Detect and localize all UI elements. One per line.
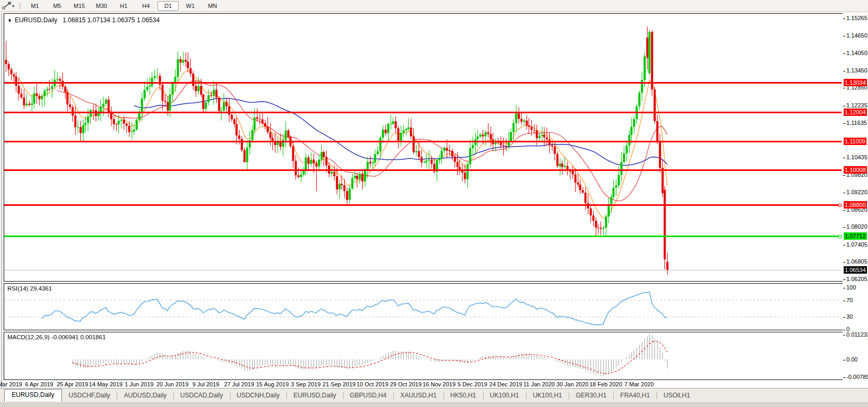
macd-canvas[interactable] [4,332,842,378]
tab-ger30-h1[interactable]: GER30,H1 [569,390,613,402]
timeframe-button-m1[interactable]: M1 [24,1,45,11]
price-chart-canvas[interactable] [4,14,842,280]
date-tick-label: 21 Sep 2019 [322,381,355,387]
price-tick-label: 1.08020 [846,223,867,230]
timeframe-button-m15[interactable]: M15 [69,1,90,11]
timeframe-button-d1[interactable]: D1 [158,1,179,11]
tab-usdcnh-daily[interactable]: USDCNH,Daily [230,390,287,402]
date-tick-label: 15 Aug 2019 [256,381,289,387]
date-tick-label: 27 Jul 2019 [224,381,254,387]
timeframes-toolbar: ▾ M1M5M15M30H1H4D1W1MN [0,0,868,12]
chart-tab-bar: EURUSD,DailyUSDCHF,DailyAUDUSD,DailyUSDC… [0,388,868,402]
trendline-drawing-tool-icon[interactable] [2,2,12,10]
date-tick-label: 9 Jul 2019 [192,381,219,387]
hline-price-label: 1.10008 [844,166,867,174]
price-chart-panel[interactable]: ▼EURUSD,Daily1.06815 1.07134 1.06375 1.0… [4,13,843,282]
macd-axis-label: 0.00 [846,356,857,363]
date-tick-label: 1 Jun 2019 [125,381,153,387]
price-tick-label: 1.14650 [846,32,867,39]
date-tick-label: 7 Mar 2020 [624,381,654,387]
tab-hk50-h1[interactable]: HK50,H1 [444,390,483,402]
date-axis[interactable]: 19 Mar 20196 Apr 201925 Apr 201914 May 2… [4,380,843,388]
line-drag-handle[interactable] [838,204,842,207]
horizontal-level-line[interactable] [4,82,842,84]
tab-eurusd-daily[interactable]: EURUSD,Daily [287,390,343,402]
macd-label: MACD(12,26,9) -0.006941 0.001861 [7,334,106,340]
hline-price-label: 1.08800 [844,201,867,209]
timeframe-buttons: M1M5M15M30H1H4D1W1MN [24,0,224,12]
timeframe-button-w1[interactable]: W1 [180,1,201,11]
price-tick-label: 1.13450 [846,67,867,74]
price-tick-label: 1.12235 [846,102,867,108]
price-tick-label: 1.07405 [846,241,867,248]
horizontal-level-line[interactable] [4,112,842,113]
rsi-axis-label: 70 [846,297,853,303]
horizontal-level-line[interactable] [4,236,842,237]
rsi-canvas[interactable] [4,284,842,329]
timeframe-button-m30[interactable]: M30 [91,1,112,11]
chart-title-caret-icon[interactable]: ▼ [7,18,12,23]
price-tick-label: 1.09220 [846,189,867,195]
rsi-indicator-panel[interactable]: RSI(14) 29.4361 [4,283,843,330]
date-tick-label: 30 Jan 2020 [557,381,589,387]
macd-axis-label: -0.007894 [846,374,868,380]
tab-eurusd-daily[interactable]: EURUSD,Daily [4,389,62,402]
bid-price-line [4,270,842,270]
date-tick-label: 25 Apr 2019 [57,381,88,387]
date-tick-label: 29 Oct 2019 [390,381,422,387]
line-drag-handle[interactable] [838,235,842,238]
tab-uk100-h1[interactable]: UK100,H1 [526,390,569,402]
hline-price-label: 1.11009 [844,138,866,145]
price-tick-label: 1.06205 [846,276,867,282]
tab-usdcad-daily[interactable]: USDCAD,Daily [173,390,230,402]
macd-axis-label: 0.011232 [846,331,868,338]
current-price-label: 1.06534 [844,266,867,274]
date-tick-label: 16 Nov 2019 [422,381,455,387]
date-tick-label: 14 May 2019 [89,381,123,387]
hline-price-label: 1.07712 [844,232,867,240]
date-tick-label: 5 Dec 2019 [458,381,487,387]
window-bottom-strip [0,401,868,407]
horizontal-level-line[interactable] [4,204,842,206]
horizontal-level-line[interactable] [4,169,842,171]
rsi-axis-label: 30 [846,313,853,320]
date-tick-label: 3 Sep 2019 [291,381,320,387]
date-tick-label: 19 Mar 2019 [0,381,22,387]
tab-usoil-h1[interactable]: USOil,H1 [657,390,697,402]
rsi-label: RSI(14) 29.4361 [7,285,52,292]
tab-usdchf-daily[interactable]: USDCHF,Daily [62,390,117,402]
rsi-axis-label: 100 [846,284,856,291]
mt4-application-window: ▾ M1M5M15M30H1H4D1W1MN ▼EURUSD,Daily1.06… [0,0,868,407]
dropdown-caret-icon[interactable]: ▾ [12,4,14,8]
date-tick-label: 18 Feb 2020 [589,381,622,387]
price-tick-label: 1.14050 [846,50,867,56]
timeframe-button-h1[interactable]: H1 [113,1,134,11]
tab-xauusd-h1[interactable]: XAUUSD,H1 [393,390,444,402]
tab-gbpusd-h4[interactable]: GBPUSD,H4 [343,390,393,402]
date-tick-label: 6 Apr 2019 [25,381,53,387]
date-tick-label: 24 Dec 2019 [490,381,522,387]
tab-uk100-h1[interactable]: UK100,H1 [483,390,526,402]
tab-audusd-daily[interactable]: AUDUSD,Daily [117,390,173,402]
tab-fra40-h1[interactable]: FRA40,H1 [613,390,657,402]
timeframe-button-m5[interactable]: M5 [47,1,68,11]
chart-title: ▼EURUSD,Daily1.06815 1.07134 1.06375 1.0… [7,16,160,24]
hline-price-label: 1.13034 [844,79,867,86]
date-tick-label: 11 Jan 2020 [523,381,555,387]
toolbar-grip[interactable] [19,2,21,10]
chart-ohlc-values: 1.06815 1.07134 1.06375 1.06534 [63,16,160,24]
date-tick-label: 20 Jun 2019 [156,381,189,387]
price-tick-label: 1.10435 [846,154,867,160]
timeframe-button-mn[interactable]: MN [202,1,223,11]
price-tick-label: 1.06805 [846,258,867,265]
timeframe-button-h4[interactable]: H4 [135,1,156,11]
drawing-tool-group[interactable]: ▾ [0,0,18,12]
horizontal-level-line[interactable] [4,141,842,142]
price-axis[interactable]: 1.152651.146501.140501.134501.128501.122… [843,12,868,388]
macd-indicator-panel[interactable]: MACD(12,26,9) -0.006941 0.001861 [4,332,843,380]
chart-window: ▼EURUSD,Daily1.06815 1.07134 1.06375 1.0… [0,12,868,388]
date-tick-label: 10 Oct 2019 [357,381,389,387]
chart-symbol-label: EURUSD,Daily [15,16,58,24]
window-frame-line [3,13,3,388]
price-tick-label: 1.15265 [846,15,867,21]
